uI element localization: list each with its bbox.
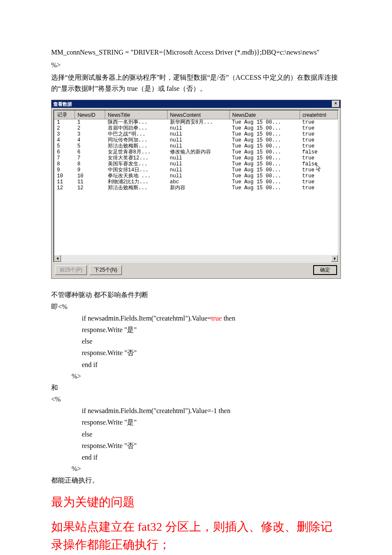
code-line: end if	[51, 359, 341, 370]
table-row[interactable]: 66女足世青赛8月...修改输入的新内容Tue Aug 15 00...fals…	[55, 149, 338, 155]
code-line: %>	[51, 463, 341, 474]
table-row[interactable]: 55郑洁击败梅斯...nullTue Aug 15 00...true	[55, 143, 338, 149]
table-row[interactable]: 44同坛传奇阿加...nullTue Aug 15 00...true	[55, 137, 338, 143]
cell: Tue Aug 15 00...	[230, 137, 300, 143]
scroll-right-icon[interactable]	[331, 255, 338, 262]
cell: 新华网西安8月...	[167, 119, 230, 126]
cell: 10	[55, 173, 75, 179]
data-grid[interactable]: 记录 NewsID NewsTitle NewsContent NewsDate…	[54, 110, 338, 191]
cell: null	[167, 131, 230, 137]
next-25-button[interactable]: 下25个(N)	[89, 265, 122, 275]
text-line: 不管哪种驱动 都不影响条件判断	[51, 289, 341, 301]
cell: 11	[55, 179, 75, 185]
col-newsid[interactable]: NewsID	[75, 111, 105, 119]
table-row[interactable]: 1111利物浦2比1力...abcTue Aug 15 00...true	[55, 179, 338, 185]
cell: true	[300, 185, 337, 191]
code-line: end if	[51, 451, 341, 463]
cell: abc	[167, 179, 230, 185]
explanation-paragraph: 选择“使用测试服务器上的驱动程序”时，逻辑型数据“是/否”（ACCESS 中定义…	[51, 72, 341, 94]
cell: Tue Aug 15 00...	[230, 143, 300, 149]
prev-25-button[interactable]: 前25个(P)	[55, 265, 87, 275]
cell: true	[300, 173, 337, 179]
cell: Tue Aug 15 00...	[230, 119, 300, 126]
text-line: 即<%	[51, 301, 341, 312]
cell: Tue Aug 15 00...	[230, 167, 300, 173]
code-line: %>	[51, 370, 341, 382]
cell: 中国女排14日...	[105, 167, 167, 173]
cell: Tue Aug 15 00...	[230, 185, 300, 191]
cell: 4	[75, 137, 105, 143]
code-line: response.Write "是"	[51, 416, 341, 428]
cell: Tue Aug 15 00...	[230, 149, 300, 155]
code-line: response.Write "否"	[51, 347, 341, 358]
key-issue-heading: 最为关键的问题	[51, 493, 341, 511]
cell: 10	[75, 173, 105, 179]
code-line: else	[51, 335, 341, 347]
table-row[interactable]: 22首届中国跆拳...nullTue Aug 15 00...true	[55, 125, 338, 131]
col-record[interactable]: 记录	[55, 111, 75, 119]
cell: null	[167, 161, 230, 167]
cell: 11	[75, 179, 105, 185]
cell: 5	[55, 143, 75, 149]
text-line: 和	[51, 382, 341, 393]
svg-marker-0	[316, 165, 320, 171]
table-row[interactable]: 1212郑洁击败梅斯...新内容Tue Aug 15 00...true	[55, 185, 338, 191]
cell: true	[300, 143, 337, 149]
cell: 女排大奖赛12...	[105, 155, 167, 161]
cell: true	[300, 125, 337, 131]
col-newsdate[interactable]: NewsDate	[230, 111, 300, 119]
code-line: response.Write "是"	[51, 324, 341, 335]
cell: null	[167, 143, 230, 149]
cell: 2	[55, 125, 75, 131]
table-row[interactable]: 11陕西一名刑事...新华网西安8月...Tue Aug 15 00...tru…	[55, 119, 338, 126]
col-createhtml[interactable]: createhtml	[300, 111, 337, 119]
col-newscontent[interactable]: NewsContent	[167, 111, 230, 119]
cell: 女足世青赛8月...	[105, 149, 167, 155]
cell: true	[300, 137, 337, 143]
table-row[interactable]: 1010拳坛改天换地 ...nullTue Aug 15 00...true	[55, 173, 338, 179]
grid-empty-area	[54, 191, 338, 255]
cell: false	[300, 149, 337, 155]
code-explanation-block: 不管哪种驱动 都不影响条件判断 即<% if newsadmin.Fields.…	[51, 289, 341, 486]
cell: 利物浦2比1力...	[105, 179, 167, 185]
table-row[interactable]: 88美国车赛发生...nullTue Aug 15 00...false	[55, 161, 338, 167]
table-row[interactable]: 77女排大奖赛12...nullTue Aug 15 00...true	[55, 155, 338, 161]
cell: 12	[55, 185, 75, 191]
cell: 8	[75, 161, 105, 167]
dialog-title: 查看数据	[53, 101, 332, 107]
cell: 同坛传奇阿加...	[105, 137, 167, 143]
cell: Tue Aug 15 00...	[230, 155, 300, 161]
cell: Tue Aug 15 00...	[230, 125, 300, 131]
cell: 中巴之战“明...	[105, 131, 167, 137]
close-icon[interactable]: ×	[332, 101, 340, 107]
cell: true	[300, 155, 337, 161]
cell: 8	[55, 161, 75, 167]
connection-string-line: MM_connNews_STRING = "DRIVER={Microsoft …	[51, 47, 341, 58]
cell: true	[300, 131, 337, 137]
scroll-left-icon[interactable]	[54, 255, 61, 262]
cell: 陕西一名刑事...	[105, 119, 167, 126]
scroll-track[interactable]	[61, 255, 331, 262]
cell: 郑洁击败梅斯...	[105, 143, 167, 149]
cell: 首届中国跆拳...	[105, 125, 167, 131]
cell: 1	[75, 119, 105, 126]
cell: 7	[55, 155, 75, 161]
cell: 拳坛改天换地 ...	[105, 173, 167, 179]
cell: Tue Aug 15 00...	[230, 161, 300, 167]
cell: true	[300, 179, 337, 185]
ok-button[interactable]: 确定	[313, 265, 337, 275]
cell: 1	[55, 119, 75, 126]
dialog-titlebar[interactable]: 查看数据 ×	[52, 100, 340, 108]
cell: 9	[55, 167, 75, 173]
table-row[interactable]: 33中巴之战“明...nullTue Aug 15 00...true	[55, 131, 338, 137]
key-issue-text: 如果站点建立在 fat32 分区上，则插入、修改、删除记录操作都能正确执行；	[51, 518, 341, 554]
code-line: else	[51, 428, 341, 440]
col-newstitle[interactable]: NewsTitle	[105, 111, 167, 119]
view-data-dialog: 查看数据 × 记录 NewsID NewsTitle NewsContent N…	[51, 100, 341, 279]
text-line: <%	[51, 393, 341, 405]
cell: 2	[75, 125, 105, 131]
cell: 5	[75, 143, 105, 149]
table-row[interactable]: 99中国女排14日...nullTue Aug 15 00...true	[55, 167, 338, 173]
horizontal-scrollbar[interactable]	[54, 255, 338, 262]
cell: null	[167, 167, 230, 173]
